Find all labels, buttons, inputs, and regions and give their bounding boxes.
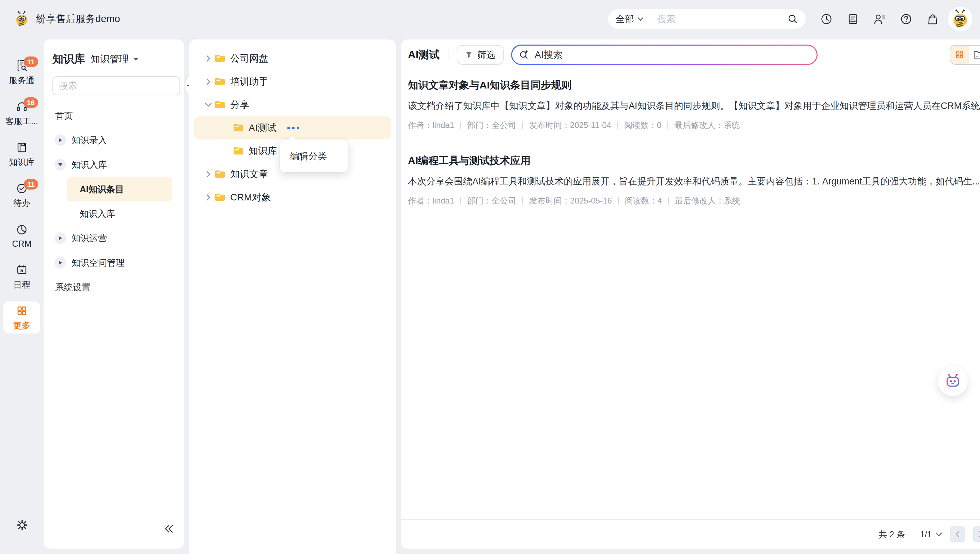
- app-store-bag-icon[interactable]: [926, 13, 939, 25]
- nav-item-inbound[interactable]: 知识入库: [50, 153, 177, 177]
- rail-item-label: 客服工...: [5, 116, 38, 127]
- search-icon[interactable]: [787, 14, 798, 24]
- ai-search-box[interactable]: [511, 45, 817, 65]
- settings-gear-icon[interactable]: [15, 518, 29, 532]
- grid-icon: [15, 304, 29, 317]
- meta-publish-date: 发布时间：2025-11-04: [529, 120, 611, 131]
- meta-department: 部门：全公司: [467, 120, 516, 131]
- robot-icon: [944, 373, 961, 390]
- folder-icon: [214, 193, 225, 202]
- tree-item-crm-objects[interactable]: CRM对象: [194, 186, 391, 209]
- nav-item-inbound-child[interactable]: 知识入库: [50, 201, 177, 226]
- meta-divider: [460, 197, 461, 205]
- chevron-right-icon[interactable]: [204, 55, 212, 62]
- rail-item-schedule[interactable]: 5 日程: [3, 261, 40, 293]
- ai-assistant-fab[interactable]: [938, 366, 968, 396]
- pie-clock-icon: [15, 223, 29, 237]
- folder-icon: [233, 146, 244, 156]
- rail-item-service[interactable]: 服务通 11: [3, 56, 40, 89]
- rail-item-label: 更多: [13, 320, 30, 331]
- left-rail: 服务通 11 客服工... 16 知识库 待办 11 CRM: [0, 40, 43, 554]
- chevron-right-icon[interactable]: [204, 78, 212, 85]
- meta-divider: [617, 121, 618, 129]
- rail-item-label: 日程: [13, 279, 30, 290]
- rail-item-knowledge[interactable]: 知识库: [3, 138, 40, 170]
- chevron-right-icon[interactable]: [204, 170, 212, 178]
- meta-department: 部门：全公司: [467, 195, 516, 206]
- ai-search-input[interactable]: [534, 49, 813, 60]
- tree-item-company-drive[interactable]: 公司网盘: [194, 47, 391, 70]
- knowledge-search-input[interactable]: [53, 76, 180, 95]
- grid-view-button[interactable]: [950, 46, 969, 64]
- folder-icon: [214, 170, 225, 179]
- rail-item-label: 知识库: [9, 156, 35, 168]
- rail-item-label: 服务通: [9, 75, 35, 86]
- tree-item-share[interactable]: 分享: [194, 93, 391, 116]
- global-search-bar[interactable]: 全部: [608, 9, 806, 29]
- history-clock-icon[interactable]: [820, 13, 833, 25]
- nav-item-settings[interactable]: 系统设置: [50, 275, 177, 299]
- expand-toggle-right-icon[interactable]: [54, 257, 66, 269]
- meta-read-count: 阅读数：4: [625, 195, 662, 206]
- tree-item-label: 公司网盘: [230, 52, 268, 65]
- rail-item-crm[interactable]: CRM: [3, 220, 40, 252]
- collapse-panel-icon[interactable]: [164, 524, 174, 535]
- meta-divider: [668, 197, 669, 205]
- panel-subtitle: 知识管理: [91, 53, 129, 66]
- article-title[interactable]: AI编程工具与测试技术应用: [408, 154, 980, 167]
- nav-item-home[interactable]: 首页: [50, 103, 177, 128]
- contacts-icon[interactable]: [873, 13, 886, 25]
- context-menu: 编辑分类: [280, 140, 348, 172]
- next-page-button[interactable]: [973, 527, 980, 542]
- article-list: 知识文章对象与AI知识条目同步规则 该文档介绍了知识库中【知识文章】对象的功能及…: [408, 79, 980, 206]
- nav-item-space-mgmt[interactable]: 知识空间管理: [50, 250, 177, 275]
- knowledge-panel-header: 知识库 知识管理: [43, 40, 184, 67]
- expand-toggle-right-icon[interactable]: [54, 232, 66, 244]
- expand-toggle-right-icon[interactable]: [54, 134, 66, 146]
- article-title[interactable]: 知识文章对象与AI知识条目同步规则: [408, 79, 980, 91]
- total-count: 共 2 条: [878, 529, 905, 540]
- search-scope-dropdown[interactable]: 全部: [616, 13, 643, 25]
- knowledge-panel: 知识库 知识管理 首页 知识录入 知识入: [43, 40, 184, 549]
- tree-item-label: 知识库: [249, 145, 277, 158]
- expand-toggle-down-icon[interactable]: [54, 159, 66, 170]
- caret-down-icon[interactable]: [133, 57, 139, 61]
- global-search-input[interactable]: [656, 14, 787, 25]
- tree-item-label: 培训助手: [230, 75, 268, 88]
- rail-item-todo[interactable]: 待办 11: [3, 179, 40, 211]
- more-actions-icon[interactable]: [287, 125, 300, 131]
- folder-icon: [214, 54, 225, 63]
- filter-button[interactable]: 筛选: [456, 45, 504, 65]
- folder-view-button[interactable]: [969, 46, 980, 64]
- tree-item-ai-test[interactable]: AI测试: [194, 116, 391, 140]
- context-menu-item-edit-category[interactable]: 编辑分类: [290, 150, 327, 162]
- rail-item-more[interactable]: 更多: [3, 301, 40, 333]
- article-card: AI编程工具与测试技术应用 本次分享会围绕AI编程工具和测试技术的应用展开，旨在…: [408, 154, 980, 206]
- chevron-down-icon: [935, 532, 942, 536]
- nav-item-label: 系统设置: [55, 282, 91, 293]
- nav-item-entry[interactable]: 知识录入: [50, 128, 177, 153]
- nav-item-operation[interactable]: 知识运营: [50, 226, 177, 250]
- search-scope-label: 全部: [616, 13, 634, 25]
- chevron-right-icon[interactable]: [204, 194, 212, 201]
- feed-inbox-icon[interactable]: [846, 13, 859, 25]
- header-divider: [448, 50, 449, 60]
- topbar: 纷享售后服务demo 全部: [0, 0, 980, 38]
- user-avatar[interactable]: [948, 7, 972, 31]
- meta-divider: [522, 121, 523, 129]
- nav-item-ai-entries[interactable]: AI知识条目: [67, 177, 172, 201]
- meta-read-count: 阅读数：0: [624, 120, 661, 131]
- help-icon[interactable]: [900, 13, 913, 25]
- chevron-left-icon: [955, 530, 960, 538]
- meta-last-modifier: 最后修改人：系统: [675, 195, 740, 206]
- content-area: 服务通 11 客服工... 16 知识库 待办 11 CRM: [0, 40, 980, 554]
- view-toggle: [950, 45, 980, 65]
- rail-item-support[interactable]: 客服工... 16: [3, 97, 40, 129]
- nav-item-label: 知识录入: [72, 134, 107, 146]
- chevron-down-icon[interactable]: [204, 102, 212, 108]
- tree-item-training[interactable]: 培训助手: [194, 70, 391, 93]
- prev-page-button[interactable]: [950, 527, 966, 542]
- category-tree-panel: 公司网盘 培训助手 分享 AI测试: [189, 40, 396, 554]
- chevron-right-icon: [978, 530, 980, 538]
- page-selector[interactable]: 1/1: [920, 530, 942, 540]
